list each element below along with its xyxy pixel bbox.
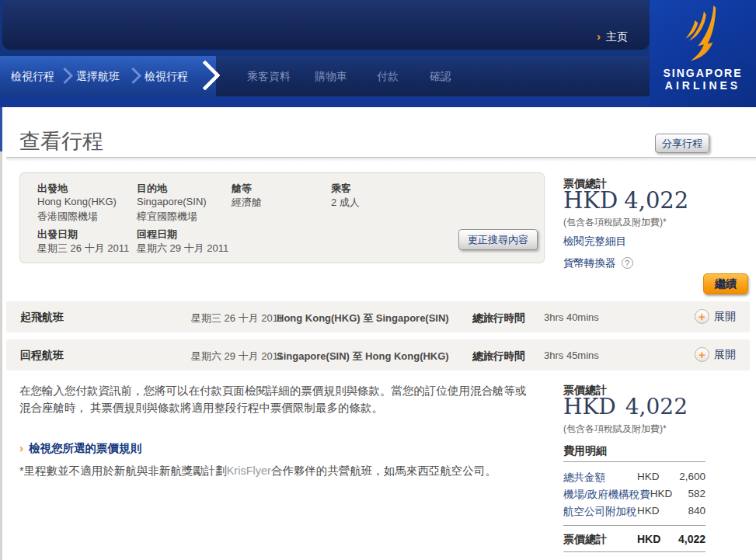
duration-value: 3hrs 45mins — [544, 350, 599, 361]
fee-row-base-fare: 總共金額 HKD 2,600 — [563, 471, 705, 485]
edit-search-button[interactable]: 更正搜尋內容 — [458, 229, 538, 250]
return-flight-row: 回程航班 星期六 29 十月 2011 Singapore(SIN) 至 Hon… — [6, 339, 750, 370]
flight-date: 星期六 29 十月 2011 — [191, 350, 283, 363]
expand-departure-flight[interactable]: + 展開 — [695, 309, 736, 324]
destination-label: 目的地 — [137, 182, 167, 196]
fare-tax-note: (包含各項稅賦及附加費)* — [563, 216, 667, 229]
nav-step-shopping-cart: 購物車 — [315, 70, 347, 84]
cabin-value: 經濟艙 — [232, 196, 262, 210]
accent-strip — [0, 96, 756, 107]
fee-label: 總共金額 — [563, 471, 637, 485]
duration-label: 總旅行時間 — [472, 311, 525, 325]
nav-step-confirm: 確認 — [430, 70, 451, 84]
fee-breakdown-title: 費用明細 — [563, 444, 607, 458]
footnote-part: 合作夥伴的共營航班，如馬來西亞航空公司。 — [271, 464, 496, 477]
fare-currency: HKD — [563, 187, 618, 214]
divider — [563, 525, 705, 526]
rules-chevron-icon: › — [19, 441, 23, 454]
passengers-value: 2 成人 — [331, 196, 360, 210]
help-icon[interactable]: ? — [622, 257, 633, 269]
cabin-label: 艙等 — [232, 182, 252, 196]
currency-converter-label: 貨幣轉換器 — [563, 257, 616, 269]
fee-value: 840 — [670, 505, 705, 519]
currency-converter-link[interactable]: 貨幣轉換器? — [563, 256, 633, 270]
page-edge-blue — [0, 107, 2, 151]
depart-date-label: 出發日期 — [37, 228, 78, 242]
divider — [563, 551, 705, 552]
singapore-airlines-bird-icon — [682, 5, 724, 65]
fee-currency: HKD — [637, 505, 670, 519]
expand-return-flight[interactable]: + 展開 — [695, 347, 736, 362]
flight-date: 星期三 26 十月 2011 — [191, 311, 283, 325]
fare-currency: HKD — [563, 394, 616, 419]
fare-rules-paragraph: 在您輸入您付款資訊前，您將可以在付款頁面檢閱詳細的票價規則與條款。當您的訂位使用… — [19, 382, 534, 417]
origin-airport: 香港國際機場 — [37, 210, 98, 224]
origin-value: Hong Kong(HKG) — [37, 196, 117, 207]
duration-value: 3hrs 40mins — [544, 311, 599, 323]
brand-panel: SINGAPORE AIRLINES — [650, 0, 756, 107]
continue-button[interactable]: 繼續 — [703, 273, 748, 294]
plus-icon[interactable]: + — [695, 347, 709, 362]
home-link-label: 主页 — [606, 30, 628, 43]
search-summary-box: 出發地 Hong Kong(HKG) 香港國際機場 目的地 Singapore(… — [19, 172, 545, 263]
home-chevron-icon: › — [597, 30, 601, 43]
return-date-value: 星期六 29 十月 2011 — [137, 242, 228, 256]
origin-label: 出發地 — [37, 182, 68, 196]
plus-icon[interactable]: + — [695, 309, 709, 324]
fee-value: 2,600 — [670, 471, 705, 485]
share-itinerary-button[interactable]: 分享行程 — [655, 134, 709, 153]
fee-total-currency: HKD — [637, 533, 670, 547]
flight-type-label: 回程航班 — [20, 349, 64, 363]
title-divider — [6, 157, 756, 162]
fee-row-carrier-surcharge: 航空公司附加稅 HKD 840 — [563, 505, 705, 519]
fare-amount: 4,022 — [625, 394, 688, 419]
footnote-krisflyer: KrisFlyer — [227, 464, 271, 477]
brand-name-line2: AIRLINES — [650, 79, 756, 92]
nav-step-passenger-info: 乘客資料 — [247, 70, 291, 84]
departure-flight-row: 起飛航班 星期三 26 十月 2011 Hong Kong(HKG) 至 Sin… — [6, 301, 750, 332]
fare-tax-note: (包含各項稅賦及附加費)* — [563, 423, 667, 436]
view-full-breakdown-link[interactable]: 檢閱完整細目 — [563, 235, 626, 249]
destination-value: Singapore(SIN) — [137, 196, 207, 207]
nav-step-select-flights[interactable]: 選擇航班 — [76, 70, 120, 84]
page-title: 查看行程 — [19, 127, 103, 155]
expand-label: 展開 — [714, 348, 736, 362]
fare-total-amount: HKD4,022 — [563, 187, 688, 214]
view-fare-rules-label: 檢視您所選的票價規則 — [29, 442, 141, 454]
passengers-label: 乘客 — [331, 182, 351, 196]
fee-label: 機場/政府機構稅費 — [563, 488, 650, 502]
fee-currency: HKD — [637, 471, 670, 485]
fee-total-label: 票價總計 — [563, 533, 637, 547]
page-edge-gray — [0, 151, 2, 560]
flight-type-label: 起飛航班 — [20, 311, 64, 325]
expand-label: 展開 — [714, 310, 736, 324]
flight-route: Hong Kong(HKG) 至 Singapore(SIN) — [277, 311, 449, 325]
nav-step-review-itinerary-2[interactable]: 檢視行程 — [145, 70, 188, 84]
footnote-part: *里程數並不適用於新航與非新航獎勵計劃 — [19, 464, 227, 477]
home-link[interactable]: ›主页 — [597, 30, 628, 44]
breadcrumb-navbar: 檢視行程 選擇航班 檢視行程 乘客資料 購物車 付款 確認 — [0, 56, 650, 96]
top-header-area: ›主页 檢視行程 選擇航班 檢視行程 乘客資料 購物車 付款 確認 SINGAP… — [0, 0, 756, 107]
return-date-label: 回程日期 — [137, 228, 177, 242]
flight-route: Singapore(SIN) 至 Hong Kong(HKG) — [277, 350, 449, 363]
fee-total-row: 票價總計 HKD 4,022 — [563, 533, 705, 547]
fee-total-value: 4,022 — [670, 533, 705, 547]
fee-label: 航空公司附加稅 — [563, 505, 637, 519]
fee-currency: HKD — [650, 488, 677, 502]
divider — [563, 461, 705, 462]
nav-step-payment: 付款 — [377, 70, 399, 84]
depart-date-value: 星期三 26 十月 2011 — [37, 242, 129, 256]
view-fare-rules-link[interactable]: ›檢視您所選的票價規則 — [19, 441, 141, 456]
krisflyer-footnote: *里程數並不適用於新航與非新航獎勵計劃KrisFlyer合作夥伴的共營航班，如馬… — [19, 463, 534, 480]
duration-label: 總旅行時間 — [472, 350, 525, 363]
fee-value: 582 — [677, 488, 705, 502]
destination-airport: 樟宜國際機場 — [137, 210, 197, 224]
nav-step-review-itinerary-1[interactable]: 檢視行程 — [11, 70, 54, 84]
header-bar: ›主页 — [2, 0, 650, 50]
fare-total-amount: HKD4,022 — [563, 394, 688, 419]
brand-name-line1: SINGAPORE — [650, 67, 756, 79]
fee-row-airport-taxes: 機場/政府機構稅費 HKD 582 — [563, 488, 705, 502]
fare-amount: 4,022 — [624, 187, 688, 214]
